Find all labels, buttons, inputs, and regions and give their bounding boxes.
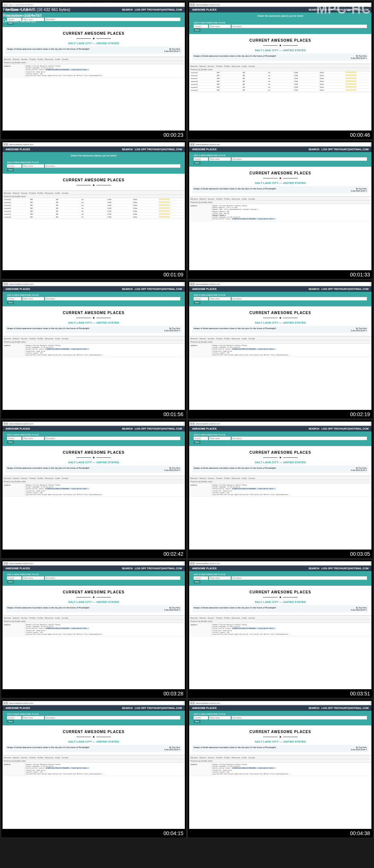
url-bar[interactable]: awesomeplaces.troyhunt.com: [195, 702, 370, 705]
url-bar[interactable]: awesomeplaces.troyhunt.com: [8, 562, 183, 565]
devtools-tabs[interactable]: ElementsNetworkSourcesTimelineProfilesRe…: [3, 477, 184, 480]
nav-links[interactable]: SEARCH LOG OFF TROYHUNT@HOTMAIL.COM: [122, 148, 182, 151]
save-button[interactable]: Save: [7, 580, 14, 584]
place-input[interactable]: [22, 437, 44, 440]
url-bar[interactable]: awesomeplaces.troyhunt.com: [195, 562, 370, 565]
network-request-list[interactable]: api/places: [3, 763, 25, 775]
devtools-tabs[interactable]: ElementsNetworkSourcesTimelineProfilesRe…: [3, 192, 184, 195]
place-input[interactable]: [209, 157, 231, 161]
nav-links[interactable]: SEARCH LOG OFF TROYHUNT@HOTMAIL.COM: [309, 567, 369, 570]
desc-input[interactable]: [45, 716, 180, 720]
request-headers: Headers Preview Response Cookies Timing …: [212, 763, 371, 775]
url-bar[interactable]: awesomeplaces.troyhunt.com: [8, 143, 183, 146]
desc-input[interactable]: [45, 297, 180, 301]
desc-input[interactable]: [45, 576, 180, 580]
network-request-list[interactable]: api/places: [3, 483, 25, 496]
network-row[interactable]: resource5GET200xhr1.2KB120ms: [190, 86, 371, 89]
country-select[interactable]: [7, 437, 22, 440]
nav-links[interactable]: SEARCH LOG OFF TROYHUNT@HOTMAIL.COM: [122, 427, 182, 430]
nav-links[interactable]: SEARCH LOG OFF TROYHUNT@HOTMAIL.COM: [309, 707, 369, 709]
network-row[interactable]: resource2GET200xhr1.2KB120ms: [190, 77, 371, 80]
devtools-tabs[interactable]: ElementsNetworkSourcesTimelineProfilesRe…: [3, 616, 184, 620]
network-request-list[interactable]: api/places: [3, 623, 25, 636]
save-button[interactable]: Save: [7, 720, 14, 723]
network-row[interactable]: resource5GET200xhr1.2KB120ms: [3, 213, 184, 216]
country-select[interactable]: [194, 437, 208, 440]
nav-links[interactable]: SEARCH LOG OFF TROYHUNT@HOTMAIL.COM: [309, 427, 369, 430]
save-button[interactable]: Save: [194, 720, 201, 723]
app-title: AWESOME PLACES: [192, 427, 217, 430]
desc-input[interactable]: [232, 716, 367, 720]
place-input[interactable]: [22, 716, 44, 720]
country-select[interactable]: [7, 576, 22, 580]
place-input[interactable]: [22, 297, 44, 301]
place-input[interactable]: [209, 576, 231, 580]
country-select[interactable]: [194, 157, 208, 161]
devtools-tabs[interactable]: ElementsNetworkSourcesTimelineProfilesRe…: [3, 756, 184, 759]
url-bar[interactable]: awesomeplaces.troyhunt.com: [195, 422, 370, 425]
save-button[interactable]: Save: [194, 440, 201, 444]
network-request-list[interactable]: api/places: [190, 763, 212, 775]
network-row[interactable]: resource1GET200xhr1.2KB120ms: [190, 74, 371, 77]
network-row[interactable]: resource0GET200xhr1.2KB120ms: [190, 71, 371, 74]
desc-input[interactable]: [232, 297, 367, 301]
place-input[interactable]: [209, 716, 231, 720]
devtools-tabs[interactable]: ElementsNetworkSourcesTimelineProfilesRe…: [190, 616, 371, 620]
browser-chrome: awesomeplaces.troyhunt.com: [3, 561, 185, 566]
network-request-list[interactable]: api/places: [190, 204, 212, 221]
network-request-list[interactable]: api/places: [190, 344, 212, 356]
place-input[interactable]: [209, 437, 231, 440]
save-button[interactable]: Save: [194, 28, 201, 32]
country-select[interactable]: [194, 297, 208, 301]
network-row[interactable]: resource6GET200xhr1.2KB120ms: [190, 89, 371, 92]
save-button[interactable]: Save: [194, 301, 201, 304]
network-row[interactable]: resource3GET200xhr1.2KB120ms: [3, 207, 184, 210]
network-row[interactable]: resource4GET200xhr1.2KB120ms: [190, 83, 371, 86]
network-row[interactable]: resource1GET200xhr1.2KB120ms: [3, 201, 184, 204]
network-request-list[interactable]: api/places: [3, 344, 25, 356]
devtools-tabs[interactable]: ElementsNetworkSourcesTimelineProfilesRe…: [190, 65, 371, 68]
save-button[interactable]: Save: [7, 440, 14, 444]
url-bar[interactable]: awesomeplaces.troyhunt.com: [8, 283, 183, 286]
devtools-tabs[interactable]: ElementsNetworkSourcesTimelineProfilesRe…: [3, 58, 184, 61]
devtools-tabs[interactable]: ElementsNetworkSourcesTimelineProfilesRe…: [190, 756, 371, 759]
desc-input[interactable]: [232, 157, 367, 161]
url-bar[interactable]: awesomeplaces.troyhunt.com: [195, 143, 370, 146]
star-icon: ★: [279, 177, 282, 180]
devtools-tabs[interactable]: ElementsNetworkSourcesTimelineProfilesRe…: [190, 197, 371, 201]
app-header: AWESOME PLACES SEARCH LOG OFF TROYHUNT@H…: [3, 286, 185, 292]
devtools-tabs[interactable]: ElementsNetworkSourcesTimelineProfilesRe…: [190, 477, 371, 480]
desc-input[interactable]: [232, 576, 367, 580]
network-request-list[interactable]: api/places: [3, 64, 25, 77]
url-bar[interactable]: awesomeplaces.troyhunt.com: [8, 702, 183, 705]
country-select[interactable]: [7, 297, 22, 301]
network-row[interactable]: resource0GET200xhr1.2KB120ms: [3, 198, 184, 201]
country-select[interactable]: [194, 716, 208, 720]
place-input[interactable]: [22, 576, 44, 580]
save-button[interactable]: Save: [194, 580, 201, 584]
url-bar[interactable]: awesomeplaces.troyhunt.com: [195, 283, 370, 286]
place-input[interactable]: [209, 297, 231, 301]
network-row[interactable]: resource3GET200xhr1.2KB120ms: [190, 80, 371, 83]
country-select[interactable]: [194, 576, 208, 580]
country-select[interactable]: [7, 716, 22, 720]
timestamp: 00:03:28: [164, 691, 184, 697]
url-bar[interactable]: awesomeplaces.troyhunt.com: [8, 422, 183, 425]
nav-links[interactable]: SEARCH LOG OFF TROYHUNT@HOTMAIL.COM: [309, 148, 369, 151]
network-request-list[interactable]: api/places: [190, 483, 212, 496]
network-request-list[interactable]: api/places: [190, 623, 212, 636]
desc-input[interactable]: [45, 437, 180, 440]
desc-input[interactable]: [232, 437, 367, 440]
network-row[interactable]: resource4GET200xhr1.2KB120ms: [3, 210, 184, 213]
nav-links[interactable]: SEARCH LOG OFF TROYHUNT@HOTMAIL.COM: [122, 288, 182, 290]
network-row[interactable]: resource6GET200xhr1.2KB120ms: [3, 216, 184, 219]
nav-links[interactable]: SEARCH LOG OFF TROYHUNT@HOTMAIL.COM: [309, 288, 369, 290]
save-button[interactable]: Save: [7, 301, 14, 304]
devtools-tabs[interactable]: ElementsNetworkSourcesTimelineProfilesRe…: [190, 337, 371, 340]
network-row[interactable]: resource2GET200xhr1.2KB120ms: [3, 204, 184, 207]
section-heading: CURRENT AWESOME PLACES: [192, 450, 369, 454]
devtools-tabs[interactable]: ElementsNetworkSourcesTimelineProfilesRe…: [3, 337, 184, 340]
nav-links[interactable]: SEARCH LOG OFF TROYHUNT@HOTMAIL.COM: [122, 567, 182, 570]
save-button[interactable]: Save: [194, 161, 201, 165]
nav-links[interactable]: SEARCH LOG OFF TROYHUNT@HOTMAIL.COM: [122, 707, 182, 709]
